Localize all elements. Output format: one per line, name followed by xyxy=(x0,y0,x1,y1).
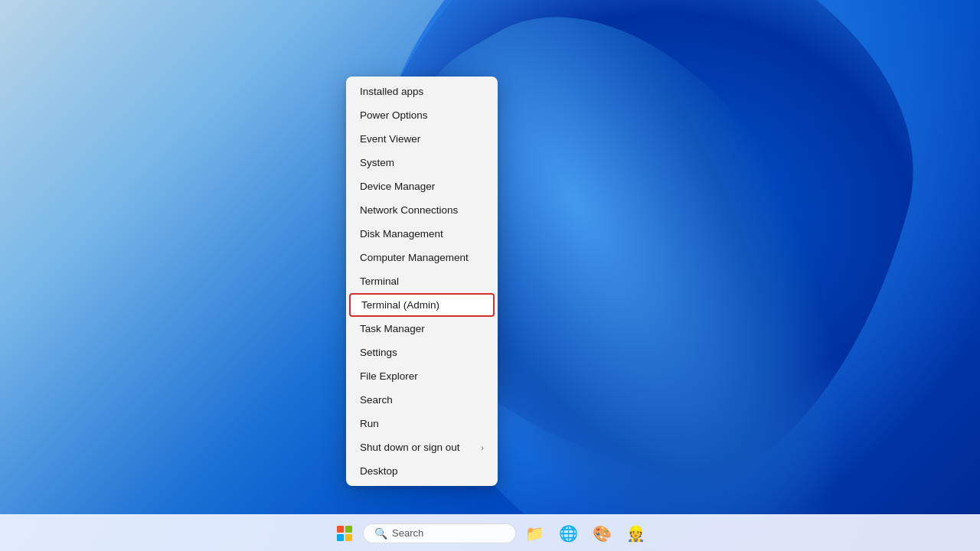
menu-item-task-manager[interactable]: Task Manager xyxy=(346,317,498,341)
taskbar: 🔍 Search 📁 🌐 🎨 👷 xyxy=(0,514,980,551)
menu-item-installed-apps[interactable]: Installed apps xyxy=(346,80,498,103)
menu-item-shut-down[interactable]: Shut down or sign out› xyxy=(346,435,498,459)
edge-icon: 🌐 xyxy=(559,524,578,543)
menu-item-device-manager[interactable]: Device Manager xyxy=(346,174,498,198)
menu-item-terminal-admin[interactable]: Terminal (Admin) xyxy=(349,293,495,317)
desktop: Installed appsPower OptionsEvent ViewerS… xyxy=(0,0,980,551)
start-button[interactable] xyxy=(329,518,360,549)
menu-item-desktop[interactable]: Desktop xyxy=(346,459,498,483)
menu-item-event-viewer[interactable]: Event Viewer xyxy=(346,127,498,151)
menu-item-system[interactable]: System xyxy=(346,151,498,174)
file-explorer-icon: 📁 xyxy=(525,524,544,543)
menu-item-network-connections[interactable]: Network Connections xyxy=(346,198,498,222)
file-explorer-taskbar-button[interactable]: 📁 xyxy=(519,518,550,549)
windows-logo xyxy=(337,526,352,541)
user-icon: 👷 xyxy=(626,524,645,543)
menu-item-search[interactable]: Search xyxy=(346,388,498,412)
menu-item-file-explorer[interactable]: File Explorer xyxy=(346,364,498,388)
taskbar-search[interactable]: 🔍 Search xyxy=(363,523,516,543)
menu-item-power-options[interactable]: Power Options xyxy=(346,103,498,127)
paint-taskbar-button[interactable]: 🎨 xyxy=(586,518,617,549)
menu-item-disk-management[interactable]: Disk Management xyxy=(346,222,498,246)
menu-item-run[interactable]: Run xyxy=(346,412,498,435)
edge-taskbar-button[interactable]: 🌐 xyxy=(553,518,583,549)
search-icon: 🔍 xyxy=(374,527,387,540)
user-taskbar-button[interactable]: 👷 xyxy=(620,518,651,549)
context-menu: Installed appsPower OptionsEvent ViewerS… xyxy=(346,77,498,486)
menu-item-computer-management[interactable]: Computer Management xyxy=(346,246,498,269)
menu-item-settings[interactable]: Settings xyxy=(346,341,498,364)
submenu-chevron-icon: › xyxy=(481,443,484,452)
paint-icon: 🎨 xyxy=(593,524,612,543)
menu-item-terminal[interactable]: Terminal xyxy=(346,269,498,293)
search-label: Search xyxy=(392,527,423,539)
